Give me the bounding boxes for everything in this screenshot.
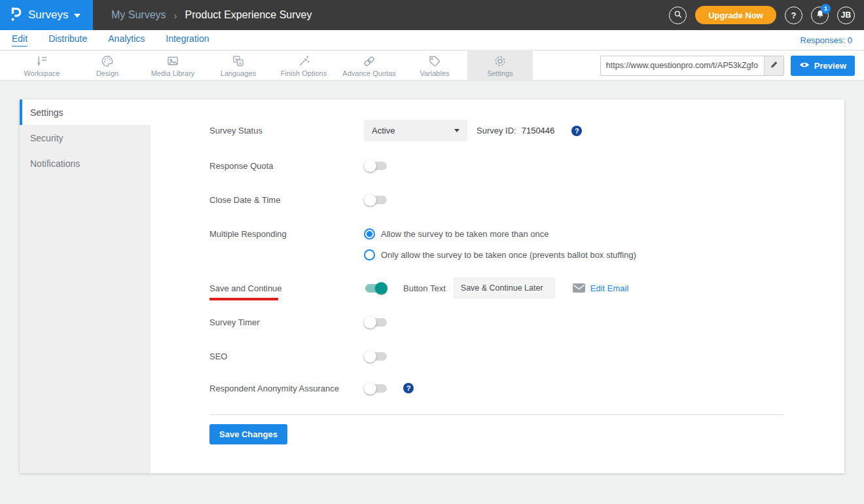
edit-url-button[interactable] <box>764 56 783 75</box>
notifications-button[interactable]: 1 <box>811 7 829 24</box>
design-palette-icon <box>100 54 115 68</box>
anonymity-label: Respondent Anonymity Assurance <box>209 384 364 393</box>
save-continue-label: Save and Continue <box>209 283 282 293</box>
product-switcher[interactable]: Surveys <box>0 0 93 30</box>
chevron-down-icon <box>74 14 81 18</box>
save-continue-row: Save and Continue Button Text Edit Email <box>209 278 831 298</box>
top-header: Surveys My Surveys › Product Experience … <box>0 0 864 30</box>
workspace-icon <box>35 54 49 68</box>
svg-text:A: A <box>238 60 242 65</box>
edit-toolbar: Workspace Design Medi <box>0 51 864 80</box>
toolbar-item-design[interactable]: Design <box>75 51 140 80</box>
close-date-toggle[interactable] <box>364 193 387 206</box>
media-image-icon <box>166 54 180 68</box>
anonymity-toggle[interactable] <box>364 382 387 395</box>
tab-distribute[interactable]: Distribute <box>48 33 87 46</box>
survey-nav: Edit Distribute Analytics Integration Re… <box>0 30 864 50</box>
survey-timer-label: Survey Timer <box>209 317 364 327</box>
sidebar-item-notifications[interactable]: Notifications <box>20 151 151 176</box>
toolbar-item-workspace[interactable]: Workspace <box>9 51 75 80</box>
toolbar-label: Settings <box>487 69 513 77</box>
edit-email-link[interactable]: Edit Email <box>590 283 629 293</box>
radio-only-once-label: Only allow the survey to be taken once (… <box>381 250 636 260</box>
toolbar-item-languages[interactable]: ★ A Languages <box>206 51 271 80</box>
survey-status-select[interactable]: Active <box>364 120 467 141</box>
questionpro-app: Surveys My Surveys › Product Experience … <box>0 0 864 504</box>
toolbar-item-finish-options[interactable]: Finish Options <box>271 51 336 80</box>
response-quota-label: Response Quota <box>209 161 364 171</box>
seo-row: SEO <box>209 346 831 367</box>
tab-edit[interactable]: Edit <box>12 33 27 46</box>
toolbar-item-advance-quotas[interactable]: Advance Quotas <box>336 51 402 80</box>
preview-label: Preview <box>814 61 846 71</box>
sidebar-item-settings[interactable]: Settings <box>20 99 151 125</box>
breadcrumb-separator: › <box>174 10 177 21</box>
toolbar-item-variables[interactable]: Variables <box>402 51 467 80</box>
multiple-responding-row-2: Only allow the survey to be taken once (… <box>209 244 831 265</box>
survey-id-label: Survey ID: <box>477 126 516 135</box>
survey-status-label: Survey Status <box>209 126 364 135</box>
breadcrumb-survey-title: Product Experience Survey <box>185 9 312 21</box>
toolbar-right: Preview <box>600 51 864 80</box>
multiple-responding-label: Multiple Responding <box>209 229 364 239</box>
search-icon <box>674 10 683 21</box>
help-button[interactable]: ? <box>785 7 802 24</box>
survey-timer-toggle[interactable] <box>364 315 387 329</box>
seo-label: SEO <box>209 351 364 361</box>
seo-toggle[interactable] <box>364 350 387 363</box>
survey-url-input[interactable] <box>601 56 764 75</box>
gear-icon <box>493 54 507 68</box>
toolbar-label: Languages <box>221 69 256 77</box>
search-button[interactable] <box>669 7 687 24</box>
pencil-icon <box>769 60 779 72</box>
tab-integration[interactable]: Integration <box>166 33 209 46</box>
survey-status-value: Active <box>372 126 395 135</box>
toolbar-label: Design <box>96 69 118 77</box>
survey-id-help-icon[interactable]: ? <box>571 126 582 136</box>
save-changes-button[interactable]: Save Changes <box>209 424 287 444</box>
breadcrumb: My Surveys › Product Experience Survey <box>111 9 312 21</box>
user-avatar[interactable]: JB <box>837 7 855 24</box>
response-quota-toggle[interactable] <box>364 159 387 172</box>
notification-count-badge: 1 <box>821 4 831 14</box>
responses-count[interactable]: Responses: 0 <box>801 35 853 45</box>
settings-panel: Survey Status Active Survey ID: 7150446 … <box>151 99 844 473</box>
questionpro-logo-icon <box>9 6 22 25</box>
anonymity-help-icon[interactable]: ? <box>403 383 414 393</box>
form-divider <box>209 414 784 415</box>
header-actions: Upgrade Now ? 1 JB <box>669 6 864 24</box>
settings-sidebar: Settings Security Notifications <box>20 99 151 473</box>
survey-timer-row: Survey Timer <box>209 312 831 333</box>
multiple-responding-row: Multiple Responding Allow the survey to … <box>209 223 831 244</box>
tag-icon <box>427 54 442 68</box>
response-quota-row: Response Quota <box>209 155 831 176</box>
upgrade-now-button[interactable]: Upgrade Now <box>695 6 776 24</box>
toolbar-label: Variables <box>420 69 449 77</box>
toolbar-label: Media Library <box>151 69 195 77</box>
radio-allow-multiple[interactable] <box>364 228 375 240</box>
breadcrumb-my-surveys[interactable]: My Surveys <box>111 9 166 21</box>
toolbar-item-settings[interactable]: Settings <box>467 51 533 80</box>
survey-status-row: Survey Status Active Survey ID: 7150446 … <box>209 120 831 141</box>
sidebar-item-security[interactable]: Security <box>20 125 151 151</box>
translate-icon: ★ A <box>231 54 245 68</box>
toolbar-label: Advance Quotas <box>342 69 395 77</box>
save-continue-toggle[interactable] <box>364 281 387 295</box>
preview-button[interactable]: Preview <box>791 56 855 76</box>
chevron-down-icon <box>454 129 459 132</box>
close-date-row: Close Date & Time <box>209 189 831 210</box>
magic-wand-icon <box>297 54 311 68</box>
button-text-input[interactable] <box>454 278 555 298</box>
survey-id-value: 7150446 <box>522 126 555 135</box>
save-continue-highlight <box>209 298 278 300</box>
toolbar-label: Finish Options <box>281 69 327 77</box>
product-name: Surveys <box>28 9 68 22</box>
radio-only-once[interactable] <box>364 249 375 261</box>
nav-tabs: Edit Distribute Analytics Integration <box>12 33 209 46</box>
tab-analytics[interactable]: Analytics <box>108 33 145 46</box>
toolbar-item-media-library[interactable]: Media Library <box>140 51 206 80</box>
toolbar-label: Workspace <box>24 69 60 77</box>
close-date-label: Close Date & Time <box>209 195 364 205</box>
button-text-label: Button Text <box>403 283 446 293</box>
survey-url-box <box>600 56 784 76</box>
